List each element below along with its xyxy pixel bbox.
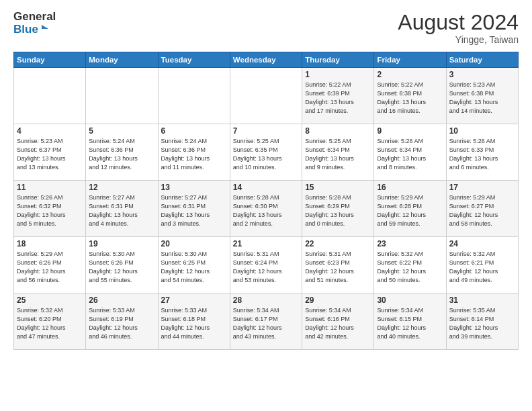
header-row: Sunday Monday Tuesday Wednesday Thursday…	[14, 52, 519, 68]
day-info: Sunrise: 5:30 AM Sunset: 6:25 PM Dayligh…	[161, 250, 227, 285]
col-saturday: Saturday	[446, 52, 518, 68]
day-number: 22	[305, 239, 371, 248]
calendar-table: Sunday Monday Tuesday Wednesday Thursday…	[13, 52, 519, 350]
day-info: Sunrise: 5:33 AM Sunset: 6:18 PM Dayligh…	[161, 306, 227, 341]
day-info: Sunrise: 5:34 AM Sunset: 6:16 PM Dayligh…	[305, 306, 371, 341]
day-info: Sunrise: 5:29 AM Sunset: 6:28 PM Dayligh…	[377, 193, 443, 228]
day-info: Sunrise: 5:26 AM Sunset: 6:32 PM Dayligh…	[17, 193, 83, 228]
day-cell: 23Sunrise: 5:32 AM Sunset: 6:22 PM Dayli…	[374, 237, 446, 293]
day-info: Sunrise: 5:33 AM Sunset: 6:19 PM Dayligh…	[89, 306, 154, 341]
day-number: 31	[449, 295, 515, 305]
day-info: Sunrise: 5:23 AM Sunset: 6:38 PM Dayligh…	[449, 81, 515, 116]
day-number: 28	[233, 295, 299, 305]
day-cell: 29Sunrise: 5:34 AM Sunset: 6:16 PM Dayli…	[302, 293, 374, 350]
day-cell: 22Sunrise: 5:31 AM Sunset: 6:23 PM Dayli…	[302, 237, 374, 293]
day-number: 13	[161, 183, 227, 192]
logo-general: General	[13, 11, 56, 24]
day-number: 6	[161, 126, 227, 136]
day-number: 5	[89, 126, 154, 136]
day-info: Sunrise: 5:22 AM Sunset: 6:39 PM Dayligh…	[305, 81, 371, 116]
day-cell: 27Sunrise: 5:33 AM Sunset: 6:18 PM Dayli…	[158, 293, 230, 350]
day-number: 4	[17, 126, 83, 136]
day-cell: 17Sunrise: 5:29 AM Sunset: 6:27 PM Dayli…	[446, 181, 518, 237]
day-number: 10	[449, 126, 515, 136]
day-cell: 28Sunrise: 5:34 AM Sunset: 6:17 PM Dayli…	[230, 293, 302, 350]
day-number: 1	[305, 70, 371, 79]
day-info: Sunrise: 5:28 AM Sunset: 6:29 PM Dayligh…	[305, 193, 371, 228]
day-info: Sunrise: 5:28 AM Sunset: 6:30 PM Dayligh…	[233, 193, 299, 228]
day-info: Sunrise: 5:29 AM Sunset: 6:26 PM Dayligh…	[17, 250, 83, 285]
day-cell	[158, 68, 230, 124]
day-info: Sunrise: 5:25 AM Sunset: 6:35 PM Dayligh…	[233, 137, 299, 172]
col-sunday: Sunday	[14, 52, 86, 68]
day-number: 11	[17, 183, 83, 192]
svg-text:Blue: Blue	[13, 24, 38, 36]
day-cell: 6Sunrise: 5:24 AM Sunset: 6:36 PM Daylig…	[158, 124, 230, 181]
day-number: 29	[305, 295, 371, 305]
day-info: Sunrise: 5:24 AM Sunset: 6:36 PM Dayligh…	[161, 137, 227, 172]
day-info: Sunrise: 5:27 AM Sunset: 6:31 PM Dayligh…	[161, 193, 227, 228]
day-cell: 10Sunrise: 5:26 AM Sunset: 6:33 PM Dayli…	[446, 124, 518, 181]
day-info: Sunrise: 5:29 AM Sunset: 6:27 PM Dayligh…	[449, 193, 515, 228]
day-info: Sunrise: 5:35 AM Sunset: 6:14 PM Dayligh…	[449, 306, 515, 341]
week-row-1: 1Sunrise: 5:22 AM Sunset: 6:39 PM Daylig…	[14, 68, 519, 124]
day-info: Sunrise: 5:24 AM Sunset: 6:36 PM Dayligh…	[89, 137, 154, 172]
day-number: 24	[449, 239, 515, 248]
day-cell: 2Sunrise: 5:22 AM Sunset: 6:38 PM Daylig…	[374, 68, 446, 124]
day-info: Sunrise: 5:25 AM Sunset: 6:34 PM Dayligh…	[305, 137, 371, 172]
week-row-4: 18Sunrise: 5:29 AM Sunset: 6:26 PM Dayli…	[14, 237, 519, 293]
day-cell	[14, 68, 86, 124]
day-cell: 3Sunrise: 5:23 AM Sunset: 6:38 PM Daylig…	[446, 68, 518, 124]
day-number: 7	[233, 126, 299, 136]
day-cell: 4Sunrise: 5:23 AM Sunset: 6:37 PM Daylig…	[14, 124, 86, 181]
day-cell: 26Sunrise: 5:33 AM Sunset: 6:19 PM Dayli…	[86, 293, 158, 350]
title-block: August 2024 Yingge, Taiwan	[398, 11, 519, 45]
col-monday: Monday	[86, 52, 158, 68]
day-number: 19	[89, 239, 154, 248]
day-number: 17	[449, 183, 515, 192]
month-year: August 2024	[398, 11, 519, 34]
day-number: 2	[377, 70, 443, 79]
day-info: Sunrise: 5:32 AM Sunset: 6:20 PM Dayligh…	[17, 306, 83, 341]
day-cell: 1Sunrise: 5:22 AM Sunset: 6:39 PM Daylig…	[302, 68, 374, 124]
day-cell: 19Sunrise: 5:30 AM Sunset: 6:26 PM Dayli…	[86, 237, 158, 293]
day-number: 12	[89, 183, 154, 192]
day-cell: 7Sunrise: 5:25 AM Sunset: 6:35 PM Daylig…	[230, 124, 302, 181]
day-cell: 13Sunrise: 5:27 AM Sunset: 6:31 PM Dayli…	[158, 181, 230, 237]
day-number: 21	[233, 239, 299, 248]
day-number: 15	[305, 183, 371, 192]
day-number: 16	[377, 183, 443, 192]
day-cell	[86, 68, 158, 124]
day-info: Sunrise: 5:34 AM Sunset: 6:17 PM Dayligh…	[233, 306, 299, 341]
day-cell	[230, 68, 302, 124]
week-row-5: 25Sunrise: 5:32 AM Sunset: 6:20 PM Dayli…	[14, 293, 519, 350]
day-cell: 15Sunrise: 5:28 AM Sunset: 6:29 PM Dayli…	[302, 181, 374, 237]
day-info: Sunrise: 5:31 AM Sunset: 6:23 PM Dayligh…	[305, 250, 371, 285]
day-cell: 24Sunrise: 5:32 AM Sunset: 6:21 PM Dayli…	[446, 237, 518, 293]
page: General Blue August 2024 Yingge, Taiwan …	[0, 0, 532, 357]
day-cell: 11Sunrise: 5:26 AM Sunset: 6:32 PM Dayli…	[14, 181, 86, 237]
logo-blue-svg: Blue	[13, 24, 48, 36]
day-cell: 31Sunrise: 5:35 AM Sunset: 6:14 PM Dayli…	[446, 293, 518, 350]
day-cell: 5Sunrise: 5:24 AM Sunset: 6:36 PM Daylig…	[86, 124, 158, 181]
col-thursday: Thursday	[302, 52, 374, 68]
location: Yingge, Taiwan	[398, 34, 519, 45]
day-number: 25	[17, 295, 83, 305]
day-info: Sunrise: 5:27 AM Sunset: 6:31 PM Dayligh…	[89, 193, 154, 228]
day-info: Sunrise: 5:32 AM Sunset: 6:21 PM Dayligh…	[449, 250, 515, 285]
day-info: Sunrise: 5:30 AM Sunset: 6:26 PM Dayligh…	[89, 250, 154, 285]
day-cell: 30Sunrise: 5:34 AM Sunset: 6:15 PM Dayli…	[374, 293, 446, 350]
day-cell: 18Sunrise: 5:29 AM Sunset: 6:26 PM Dayli…	[14, 237, 86, 293]
day-number: 3	[449, 70, 515, 79]
col-tuesday: Tuesday	[158, 52, 230, 68]
week-row-3: 11Sunrise: 5:26 AM Sunset: 6:32 PM Dayli…	[14, 181, 519, 237]
day-info: Sunrise: 5:22 AM Sunset: 6:38 PM Dayligh…	[377, 81, 443, 116]
day-number: 9	[377, 126, 443, 136]
day-number: 18	[17, 239, 83, 248]
col-wednesday: Wednesday	[230, 52, 302, 68]
day-number: 26	[89, 295, 154, 305]
day-number: 30	[377, 295, 443, 305]
header: General Blue August 2024 Yingge, Taiwan	[13, 11, 519, 45]
day-info: Sunrise: 5:26 AM Sunset: 6:34 PM Dayligh…	[377, 137, 443, 172]
svg-marker-1	[42, 25, 48, 29]
